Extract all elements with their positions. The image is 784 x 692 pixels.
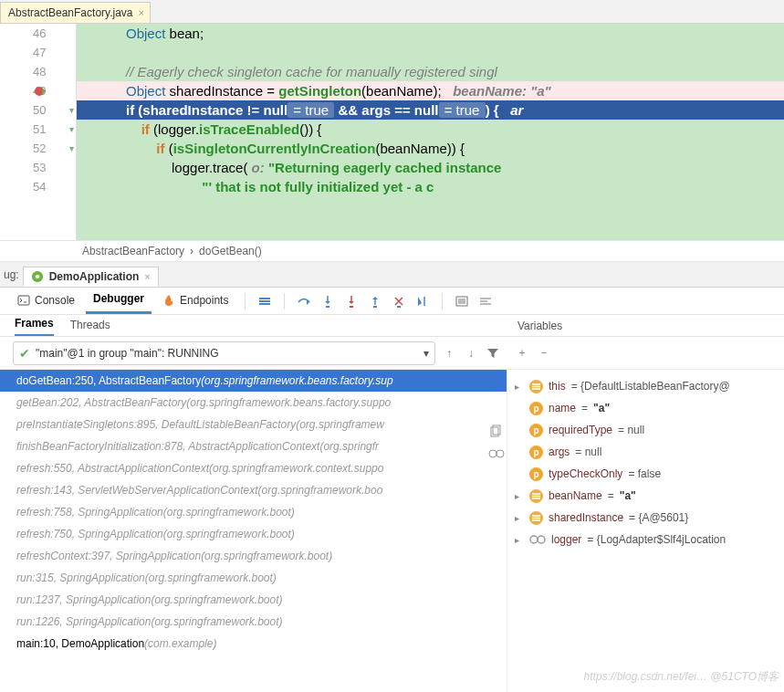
breadcrumb[interactable]: AbstractBeanFactory › doGetBean() xyxy=(0,240,784,262)
file-tab[interactable]: AbstractBeanFactory.java × xyxy=(0,2,151,23)
svg-point-12 xyxy=(530,536,538,543)
tab-debugger[interactable]: Debugger xyxy=(86,288,152,314)
variable-value: = null xyxy=(575,446,601,458)
variable-name: sharedInstance xyxy=(549,511,623,524)
code-line: Object bean; xyxy=(77,24,784,43)
evaluate-expression-button[interactable] xyxy=(452,291,472,311)
separator xyxy=(284,293,285,309)
variable-row[interactable]: ▸logger = {LogAdapter$Slf4jLocation xyxy=(513,529,784,550)
tab-threads[interactable]: Threads xyxy=(70,319,110,336)
tab-endpoints[interactable]: Endpoints xyxy=(155,289,235,313)
remove-watch-button[interactable]: － xyxy=(534,343,554,363)
spring-icon xyxy=(31,270,44,283)
param-badge-icon: p xyxy=(529,446,543,459)
breadcrumb-method[interactable]: doGetBean() xyxy=(199,245,262,257)
chevron-down-icon[interactable]: ▾ xyxy=(423,347,429,360)
step-into-button[interactable] xyxy=(318,291,338,311)
svg-point-11 xyxy=(497,450,504,457)
stack-frame[interactable]: finishBeanFactoryInitialization:878, Abs… xyxy=(0,435,507,457)
new-watch-button[interactable]: ＋ xyxy=(512,343,532,363)
filter-button[interactable] xyxy=(483,343,503,363)
code-line: logger.trace( o: "Returning eagerly cach… xyxy=(77,158,784,177)
stack-frame[interactable]: run:315, SpringApplication (org.springfr… xyxy=(0,567,507,589)
variables-pane[interactable]: ▸this = {DefaultListableBeanFactory@pnam… xyxy=(507,370,784,692)
field-badge-icon xyxy=(529,489,543,503)
variable-row[interactable]: pargs = null xyxy=(513,441,784,463)
stack-frame[interactable]: refresh:550, AbstractApplicationContext … xyxy=(0,457,507,479)
line-number: 50 xyxy=(33,103,46,117)
trace-current-stream-button[interactable] xyxy=(476,291,496,311)
variable-row[interactable]: ▸sharedInstance = {A@5601} xyxy=(513,507,784,529)
drop-frame-button[interactable] xyxy=(389,291,409,311)
code-line: if (logger.isTraceEnabled()) { xyxy=(77,120,784,139)
variable-name: name xyxy=(549,402,576,414)
prev-frame-button[interactable]: ↑ xyxy=(439,343,459,363)
variable-name: beanName xyxy=(549,489,602,502)
debug-header: ug: DemoApplication × xyxy=(0,262,784,288)
run-to-cursor-button[interactable] xyxy=(413,291,433,311)
expand-icon[interactable]: ▸ xyxy=(515,535,524,545)
line-number: 46 xyxy=(33,26,46,40)
stack-frame[interactable]: refresh:143, ServletWebServerApplication… xyxy=(0,479,507,501)
tab-frames[interactable]: Frames xyxy=(15,317,54,336)
line-number: 47 xyxy=(33,46,46,59)
variable-value: = {LogAdapter$Slf4jLocation xyxy=(587,533,726,546)
side-action-icons xyxy=(488,425,505,459)
glasses-icon[interactable] xyxy=(488,448,505,459)
copy-icon[interactable] xyxy=(488,425,505,439)
variable-row[interactable]: pname = "a" xyxy=(513,397,784,419)
svg-point-10 xyxy=(489,450,497,457)
code-area[interactable]: Object bean; // Eagerly check singleton … xyxy=(77,24,784,240)
svg-rect-3 xyxy=(326,306,329,308)
variable-name: requiredType xyxy=(549,424,612,436)
frames-pane[interactable]: doGetBean:250, AbstractBeanFactory (org.… xyxy=(0,370,507,692)
svg-point-13 xyxy=(538,536,545,543)
variable-value: = false xyxy=(628,467,661,480)
line-number: 52 xyxy=(33,142,46,155)
breadcrumb-class[interactable]: AbstractBeanFactory xyxy=(82,245,184,257)
stack-frame[interactable]: refresh:758, SpringApplication (org.spri… xyxy=(0,501,507,523)
stack-frame[interactable]: run:1226, SpringApplication (org.springf… xyxy=(0,611,507,633)
svg-rect-2 xyxy=(18,296,29,305)
variable-row[interactable]: ▸this = {DefaultListableBeanFactory@ xyxy=(513,375,784,397)
show-execution-point-button[interactable] xyxy=(255,291,275,311)
code-line xyxy=(77,43,784,62)
variable-row[interactable]: ▸beanName = "a" xyxy=(513,485,784,507)
thread-selector-row: ✔ "main"@1 in group "main": RUNNING ▾ ↑ … xyxy=(0,337,784,370)
variable-row[interactable]: ptypeCheckOnly = false xyxy=(513,463,784,485)
variable-row[interactable]: prequiredType = null xyxy=(513,419,784,441)
debug-toolbar: Console Debugger Endpoints xyxy=(0,288,784,315)
panel-headers: Frames Threads Variables xyxy=(0,315,784,337)
breakpoint-icon[interactable] xyxy=(35,85,47,98)
step-out-button[interactable] xyxy=(365,291,385,311)
stack-frame[interactable]: main:10, DemoApplication (com.example) xyxy=(0,633,507,655)
close-icon[interactable]: × xyxy=(144,271,150,282)
line-number: 54 xyxy=(33,180,46,194)
param-badge-icon: p xyxy=(529,467,543,481)
fold-icon[interactable]: ▾ xyxy=(69,124,77,134)
svg-rect-5 xyxy=(373,306,377,308)
next-frame-button[interactable]: ↓ xyxy=(461,343,481,363)
stack-frame[interactable]: run:1237, SpringApplication (org.springf… xyxy=(0,589,507,611)
stack-frame[interactable]: doGetBean:250, AbstractBeanFactory (org.… xyxy=(0,370,507,392)
separator xyxy=(245,293,246,309)
step-over-button[interactable] xyxy=(294,291,314,311)
code-line: "' that is not fully initialized yet - a… xyxy=(77,177,784,196)
stack-frame[interactable]: getBean:202, AbstractBeanFactory (org.sp… xyxy=(0,392,507,414)
thread-selector[interactable]: ✔ "main"@1 in group "main": RUNNING ▾ xyxy=(13,341,435,365)
expand-icon[interactable]: ▸ xyxy=(515,513,524,523)
fold-icon[interactable]: ▾ xyxy=(69,143,77,153)
expand-icon[interactable]: ▸ xyxy=(515,491,524,501)
expand-icon[interactable]: ▸ xyxy=(515,382,524,392)
run-config-tab[interactable]: DemoApplication × xyxy=(23,267,159,287)
tab-console[interactable]: Console xyxy=(10,289,82,313)
stack-frame[interactable]: refresh:750, SpringApplication (org.spri… xyxy=(0,523,507,545)
fold-icon[interactable]: ▾ xyxy=(69,105,77,115)
thread-name: "main"@1 in group "main": RUNNING xyxy=(36,347,219,360)
line-number: 53 xyxy=(33,161,46,174)
stack-frame[interactable]: preInstantiateSingletons:895, DefaultLis… xyxy=(0,414,507,435)
close-icon[interactable]: × xyxy=(139,7,144,18)
code-editor[interactable]: 46 47 48 49 50 ▾ 51 ▾ 52 ▾ 53 54 Object … xyxy=(0,24,784,240)
stack-frame[interactable]: refreshContext:397, SpringApplication (o… xyxy=(0,545,507,567)
force-step-into-button[interactable] xyxy=(341,291,361,311)
